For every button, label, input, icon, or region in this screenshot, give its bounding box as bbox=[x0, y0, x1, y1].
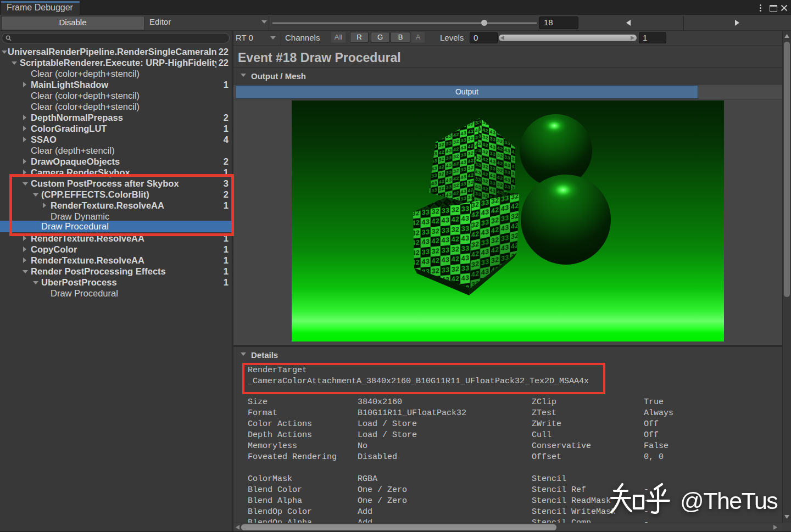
svg-text:@TheTus: @TheTus bbox=[680, 488, 777, 514]
